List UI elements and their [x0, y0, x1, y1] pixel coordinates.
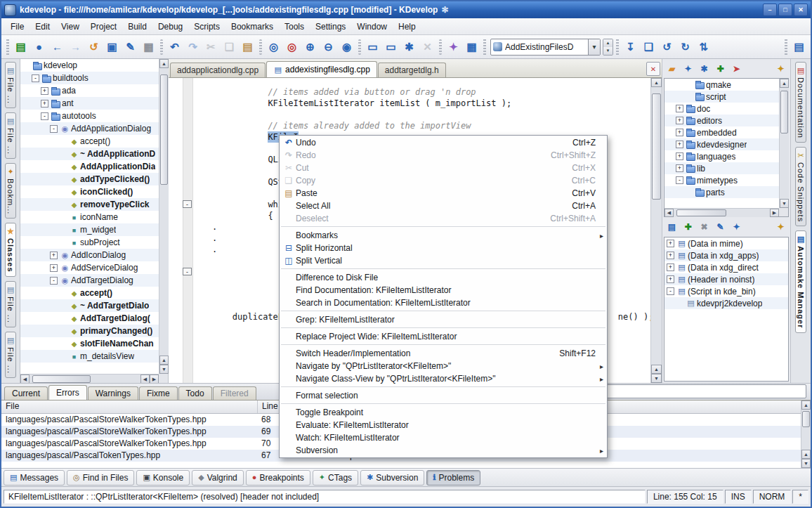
- tool-view-button[interactable]: Subversion: [360, 470, 424, 486]
- scroll-down-icon[interactable]: [780, 199, 789, 208]
- expander-icon[interactable]: +: [667, 275, 674, 283]
- expander-icon[interactable]: [22, 62, 30, 70]
- menu-item[interactable]: Deselect Ctrl+Shift+A: [280, 212, 607, 225]
- replace-icon[interactable]: ◎: [283, 38, 301, 56]
- remove-item-icon[interactable]: ✖: [697, 219, 712, 234]
- tree-item[interactable]: + (Data in xdg_apps): [664, 249, 788, 261]
- menubar-item[interactable]: File: [6, 20, 29, 33]
- scrollbar-thumb[interactable]: [652, 93, 661, 200]
- fold-marker[interactable]: -: [183, 268, 192, 275]
- output-tab[interactable]: Filtered: [213, 386, 256, 400]
- wrench-options-icon[interactable]: [773, 61, 788, 76]
- tree-item[interactable]: removeTypeClick: [20, 198, 159, 211]
- history-back-icon[interactable]: ↺: [658, 38, 676, 56]
- class-combo[interactable]: AddExistingFilesD: [490, 39, 601, 56]
- run-icon[interactable]: ✱: [400, 38, 418, 56]
- copy-icon[interactable]: ❑: [221, 38, 238, 56]
- add-item-icon[interactable]: ✚: [681, 219, 695, 234]
- expander-icon[interactable]: -: [41, 112, 48, 120]
- tree-item[interactable]: - (Script in kde_bin): [664, 285, 788, 297]
- tree-item[interactable]: iconClicked(): [20, 185, 159, 198]
- redo-icon[interactable]: ↷: [184, 38, 202, 56]
- fold-marker[interactable]: [183, 188, 192, 199]
- tree-item[interactable]: - AddTargetDialog: [20, 274, 159, 287]
- tree-item[interactable]: + AddServiceDialog: [20, 261, 159, 274]
- fold-marker[interactable]: [183, 233, 192, 244]
- print-icon[interactable]: ▦: [140, 38, 157, 56]
- tree-item[interactable]: - mimetypes: [664, 174, 779, 186]
- expander-icon[interactable]: +: [676, 164, 683, 172]
- undo-icon[interactable]: ↶: [166, 38, 183, 56]
- new-target-icon[interactable]: ▰: [664, 61, 679, 76]
- fold-marker[interactable]: [183, 323, 192, 334]
- expander-icon[interactable]: [59, 226, 67, 234]
- expander-icon[interactable]: -: [50, 125, 58, 133]
- tree-item[interactable]: slotFileNameChan: [20, 337, 159, 350]
- menu-item[interactable]: Format selection: [280, 389, 607, 402]
- search-docs-icon[interactable]: ◉: [338, 38, 355, 56]
- menu-item[interactable]: Cut Ctrl+X: [280, 162, 607, 174]
- expander-icon[interactable]: -: [667, 287, 674, 295]
- expander-icon[interactable]: [59, 163, 67, 171]
- menu-item[interactable]: Replace Project Wide: KFileItemListItera…: [280, 330, 607, 343]
- scroll-down-icon[interactable]: [159, 365, 169, 374]
- expander-icon[interactable]: [59, 188, 67, 196]
- side-tab[interactable]: Bookm...: [5, 163, 16, 219]
- documentation-view-icon[interactable]: ▭: [382, 38, 400, 56]
- menu-item[interactable]: Split Horizontal: [280, 242, 607, 254]
- expander-icon[interactable]: [59, 214, 67, 221]
- tool-view-button[interactable]: Problems: [426, 470, 480, 486]
- tree-item[interactable]: + (Header in noinst): [664, 273, 788, 285]
- expander-icon[interactable]: [59, 176, 67, 183]
- tree-item[interactable]: script: [664, 91, 779, 103]
- class-view-icon[interactable]: ▦: [463, 38, 480, 56]
- menubar-item[interactable]: Bookmarks: [226, 20, 278, 33]
- menu-item[interactable]: Bookmarks: [280, 229, 607, 242]
- expander-icon[interactable]: +: [41, 100, 48, 108]
- tool-view-button[interactable]: Breakpoints: [246, 470, 310, 486]
- save-icon[interactable]: ▣: [103, 38, 121, 56]
- expander-icon[interactable]: -: [676, 176, 683, 184]
- toolbar-handle[interactable]: [616, 39, 619, 55]
- expander-icon[interactable]: +: [667, 263, 674, 271]
- editor-tab[interactable]: addexistingfilesdlg.cpp: [266, 61, 377, 77]
- scroll-up-icon[interactable]: [780, 79, 789, 88]
- tree-item[interactable]: kdevprj2kdevelop: [664, 297, 788, 309]
- zoom-in-icon[interactable]: ⊕: [301, 38, 319, 56]
- scrollbar-thumb[interactable]: [32, 375, 91, 383]
- toolbar-handle[interactable]: [785, 39, 787, 55]
- expander-icon[interactable]: [59, 239, 67, 247]
- cursor-position[interactable]: Line: 155 Col: 15: [647, 490, 723, 504]
- tree-item[interactable]: ~ AddApplicationD: [20, 148, 159, 160]
- menu-item[interactable]: Switch Header/Implementation Shift+F12: [280, 347, 607, 360]
- expander-icon[interactable]: +: [50, 264, 58, 272]
- menu-item[interactable]: Copy Ctrl+C: [280, 174, 607, 187]
- side-tab[interactable]: File ...: [5, 112, 16, 159]
- spin-up-icon[interactable]: [603, 39, 613, 47]
- tree-item[interactable]: + (Data in mime): [664, 237, 788, 249]
- menubar-item[interactable]: Tools: [280, 20, 309, 33]
- menu-item[interactable]: Toggle Breakpoint: [280, 406, 607, 419]
- menubar-item[interactable]: Debug: [153, 20, 188, 33]
- stop-icon[interactable]: ✕: [419, 38, 436, 56]
- menubar-item[interactable]: View: [56, 20, 84, 33]
- output-tab[interactable]: Errors: [48, 385, 87, 400]
- find-icon[interactable]: ◎: [265, 38, 282, 56]
- menu-item[interactable]: Split Vertical: [280, 254, 607, 267]
- fold-marker[interactable]: [183, 289, 192, 300]
- output-tab[interactable]: Todo: [178, 386, 212, 400]
- tree-item[interactable]: + embedded: [664, 126, 779, 138]
- expander-icon[interactable]: +: [676, 105, 683, 112]
- close-button[interactable]: [794, 4, 808, 16]
- scroll-up-icon[interactable]: [801, 400, 811, 410]
- fold-marker[interactable]: [183, 278, 192, 289]
- cut-icon[interactable]: ✂: [202, 38, 220, 56]
- fold-marker[interactable]: [183, 154, 192, 165]
- tree-item[interactable]: + ant: [20, 97, 159, 110]
- scroll-down-icon[interactable]: [801, 459, 811, 468]
- history-forward-icon[interactable]: ↻: [676, 38, 694, 56]
- tree-item[interactable]: ~ AddTargetDialo: [20, 299, 159, 312]
- tree-item[interactable]: m_detailsView: [20, 350, 159, 363]
- expander-icon[interactable]: [59, 353, 67, 360]
- tree-item[interactable]: subProject: [20, 236, 159, 249]
